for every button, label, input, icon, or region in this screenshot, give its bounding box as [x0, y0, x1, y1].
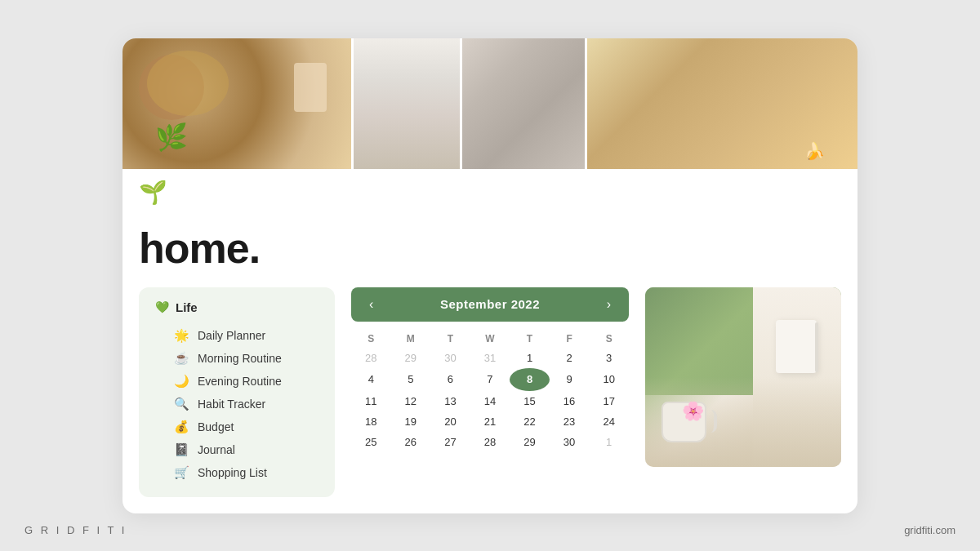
evening-routine-label: Evening Routine	[198, 375, 282, 388]
calendar-day[interactable]: 10	[589, 368, 629, 391]
banner-photo-3	[462, 38, 585, 169]
morning-routine-icon: ☕	[173, 351, 189, 366]
calendar-day[interactable]: 17	[589, 391, 629, 411]
nav-item-daily-planner[interactable]: 🌟 Daily Planner	[155, 324, 318, 347]
day-header-fri: F	[550, 330, 590, 348]
calendar-week-1: 45678910	[351, 368, 629, 391]
shopping-list-label: Shopping List	[198, 466, 267, 479]
calendar-day[interactable]: 16	[550, 391, 590, 411]
day-header-mon: M	[391, 330, 431, 348]
morning-routine-label: Morning Routine	[198, 352, 282, 365]
nav-item-habit-tracker[interactable]: 🔍 Habit Tracker	[155, 393, 318, 415]
calendar-day[interactable]: 1	[510, 348, 550, 368]
calendar-day[interactable]: 11	[351, 391, 391, 411]
nav-section-title: 💚 Life	[155, 300, 318, 314]
plant-logo-icon: 🌱	[139, 179, 167, 206]
calendar-day[interactable]: 9	[550, 368, 590, 391]
calendar-day[interactable]: 22	[510, 411, 550, 432]
calendar-day[interactable]: 24	[589, 411, 629, 432]
calendar-day[interactable]: 7	[470, 368, 510, 391]
nav-item-shopping-list[interactable]: 🛒 Shopping List	[155, 461, 318, 484]
logo-area: 🌱	[122, 169, 858, 214]
calendar-day[interactable]: 25	[351, 432, 391, 452]
calendar-day[interactable]: 29	[391, 348, 431, 368]
calendar-day[interactable]: 30	[550, 432, 590, 452]
calendar-day[interactable]: 13	[430, 391, 470, 411]
nav-item-morning-routine[interactable]: ☕ Morning Routine	[155, 347, 318, 370]
calendar-day[interactable]: 26	[391, 432, 431, 452]
nav-item-journal[interactable]: 📓 Journal	[155, 438, 318, 461]
brand-right: gridfiti.com	[904, 524, 956, 536]
habit-tracker-icon: 🔍	[173, 397, 189, 411]
banner-photo-2	[354, 38, 460, 169]
day-header-sun: S	[351, 330, 391, 348]
shopping-list-icon: 🛒	[173, 465, 189, 480]
calendar-week-0: 28293031123	[351, 348, 629, 368]
calendar-grid: S M T W T F S 28293031123456789101112131…	[351, 330, 629, 452]
evening-routine-icon: 🌙	[173, 374, 189, 389]
calendar-day[interactable]: 20	[430, 411, 470, 432]
calendar-week-4: 2526272829301	[351, 432, 629, 452]
habit-tracker-label: Habit Tracker	[198, 398, 265, 411]
calendar-month-year: September 2022	[440, 297, 540, 311]
calendar-day[interactable]: 14	[470, 391, 510, 411]
calendar-day[interactable]: 8	[510, 368, 550, 391]
day-header-wed: W	[470, 330, 510, 348]
calendar-day[interactable]: 1	[589, 432, 629, 452]
calendar-day[interactable]: 27	[430, 432, 470, 452]
calendar-day[interactable]: 29	[510, 432, 550, 452]
main-card: 🌿 🍌 🌱 home. 💚 Life	[122, 38, 858, 513]
calendar-day[interactable]: 31	[470, 348, 510, 368]
calendar-day[interactable]: 18	[351, 411, 391, 432]
calendar-day[interactable]: 6	[430, 368, 470, 391]
calendar-area: ‹ September 2022 › S M T W T F S	[335, 287, 645, 497]
calendar-day[interactable]: 30	[430, 348, 470, 368]
nav-item-budget[interactable]: 💰 Budget	[155, 415, 318, 438]
calendar-next-button[interactable]: ›	[602, 295, 616, 313]
calendar-day[interactable]: 21	[470, 411, 510, 432]
daily-planner-icon: 🌟	[173, 328, 189, 343]
image-panel-bg: 🌸	[645, 287, 841, 467]
calendar-day[interactable]: 28	[470, 432, 510, 452]
calendar-day[interactable]: 2	[550, 348, 590, 368]
daily-planner-label: Daily Planner	[198, 329, 265, 342]
calendar-day[interactable]: 3	[589, 348, 629, 368]
calendar-week-2: 11121314151617	[351, 391, 629, 411]
banner-photo-4: 🍌	[587, 38, 858, 169]
day-header-sat: S	[589, 330, 629, 348]
content-area: 💚 Life 🌟 Daily Planner ☕ Morning Routine…	[122, 287, 858, 513]
image-panel: 🌸	[645, 287, 841, 467]
page-title: home.	[139, 224, 841, 273]
page-title-area: home.	[122, 214, 858, 287]
heart-icon: 💚	[155, 300, 169, 313]
calendar-prev-button[interactable]: ‹	[364, 295, 378, 313]
calendar-week-3: 18192021222324	[351, 411, 629, 432]
journal-label: Journal	[198, 443, 235, 456]
nav-section-label: Life	[176, 300, 198, 314]
photo-banner: 🌿 🍌	[122, 38, 858, 169]
day-header-tue: T	[430, 330, 470, 348]
calendar-header: ‹ September 2022 ›	[351, 287, 629, 322]
calendar-day[interactable]: 28	[351, 348, 391, 368]
journal-icon: 📓	[173, 442, 189, 457]
calendar-day[interactable]: 4	[351, 368, 391, 391]
calendar-widget: ‹ September 2022 › S M T W T F S	[351, 287, 629, 452]
calendar-day[interactable]: 5	[391, 368, 431, 391]
brand-left: G R I D F I T I	[24, 524, 127, 536]
calendar-day[interactable]: 15	[510, 391, 550, 411]
budget-icon: 💰	[173, 420, 189, 434]
budget-label: Budget	[198, 420, 234, 433]
nav-item-evening-routine[interactable]: 🌙 Evening Routine	[155, 370, 318, 393]
calendar-day[interactable]: 12	[391, 391, 431, 411]
calendar-day-headers: S M T W T F S	[351, 330, 629, 348]
calendar-day[interactable]: 19	[391, 411, 431, 432]
day-header-thu: T	[510, 330, 550, 348]
sidebar-nav: 💚 Life 🌟 Daily Planner ☕ Morning Routine…	[139, 287, 335, 497]
calendar-day[interactable]: 23	[550, 411, 590, 432]
